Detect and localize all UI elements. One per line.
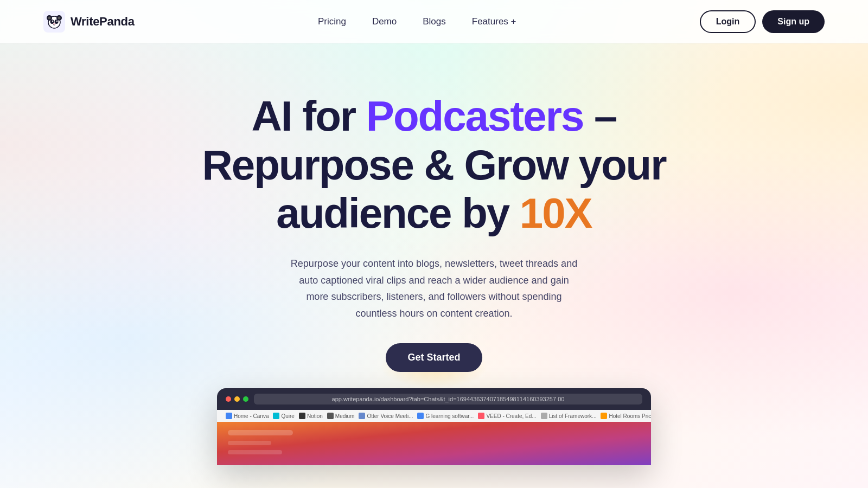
nav-actions: Login Sign up: [700, 10, 825, 33]
nav-item-pricing[interactable]: Pricing: [318, 16, 346, 27]
logo[interactable]: WritePanda: [43, 11, 135, 33]
bookmark-otter[interactable]: Otter Voice Meeti...: [359, 413, 413, 419]
svg-point-7: [55, 20, 59, 24]
bookmark-quire[interactable]: Quire: [273, 413, 294, 419]
svg-rect-12: [228, 430, 293, 435]
browser-url-bar[interactable]: app.writepanda.io/dashboard?tab=Chats&t_…: [254, 394, 642, 404]
browser-bookmarks: Home - Canva Quire Notion Medium Otter V…: [217, 410, 651, 422]
bookmark-notion[interactable]: Notion: [299, 413, 323, 419]
cta-wrapper: Get Started: [386, 322, 482, 372]
browser-content: [217, 422, 651, 465]
svg-point-4: [48, 16, 51, 19]
app-preview: app.writepanda.io/dashboard?tab=Chats&t_…: [217, 388, 651, 465]
login-button[interactable]: Login: [700, 10, 756, 33]
get-started-button[interactable]: Get Started: [386, 343, 482, 372]
svg-rect-11: [217, 422, 651, 465]
bookmark-hotel[interactable]: Hotel Rooms Prici...: [601, 413, 651, 419]
svg-point-8: [52, 20, 53, 21]
svg-point-10: [53, 23, 55, 24]
signup-button[interactable]: Sign up: [762, 10, 825, 33]
bookmark-framework[interactable]: List of Framework...: [541, 413, 597, 419]
svg-point-5: [58, 16, 61, 19]
svg-rect-13: [228, 441, 271, 445]
bookmark-canva[interactable]: Home - Canva: [226, 413, 269, 419]
nav-links: Pricing Demo Blogs Features +: [318, 16, 516, 27]
nav-item-features[interactable]: Features +: [472, 16, 516, 27]
logo-icon: [43, 11, 65, 33]
svg-point-6: [50, 20, 54, 24]
bookmark-veed[interactable]: VEED - Create, Ed...: [478, 413, 536, 419]
svg-point-9: [56, 20, 58, 21]
svg-rect-14: [228, 450, 282, 454]
nav-item-demo[interactable]: Demo: [372, 16, 397, 27]
browser-close-dot[interactable]: [226, 396, 231, 402]
browser-minimize-dot[interactable]: [234, 396, 240, 402]
browser-maximize-dot[interactable]: [243, 396, 248, 402]
brand-name: WritePanda: [71, 15, 135, 29]
hero-section: AI for Podcasters – Repurpose & Grow you…: [0, 43, 868, 465]
browser-bar: app.writepanda.io/dashboard?tab=Chats&t_…: [217, 388, 651, 410]
hero-subtitle: Repurpose your content into blogs, newsl…: [288, 255, 580, 322]
nav-item-blogs[interactable]: Blogs: [423, 16, 446, 27]
navbar: WritePanda Pricing Demo Blogs Features +…: [0, 0, 868, 43]
bookmark-medium[interactable]: Medium: [327, 413, 355, 419]
hero-title: AI for Podcasters – Repurpose & Grow you…: [202, 92, 666, 238]
bookmark-g-learning[interactable]: G learning softwar...: [417, 413, 474, 419]
browser-controls: [226, 396, 248, 402]
